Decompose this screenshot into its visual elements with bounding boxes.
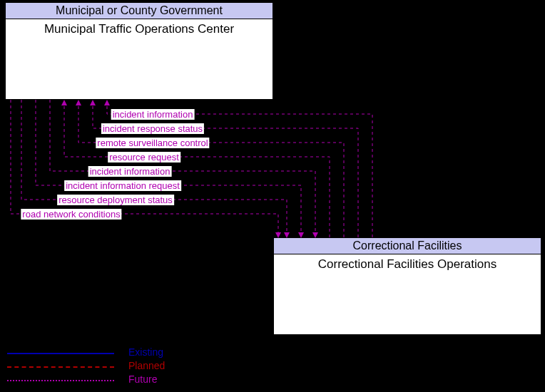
entity-municipal-body: Municipal Traffic Operations Center xyxy=(6,19,272,36)
entity-municipal-header: Municipal or County Government xyxy=(6,3,272,19)
flow-label-incident-information-request: incident information request xyxy=(64,180,181,191)
legend-future-line xyxy=(7,380,114,381)
legend-existing-label: Existing xyxy=(128,346,163,358)
entity-correctional-header: Correctional Facilities xyxy=(274,238,541,254)
flow-label-resource-request: resource request xyxy=(108,152,180,163)
legend-planned-label: Planned xyxy=(128,360,165,371)
flow-label-incident-response-status: incident response status xyxy=(101,123,204,134)
flow-label-resource-deployment-status: resource deployment status xyxy=(57,195,174,205)
flow-label-road-network-conditions: road network conditions xyxy=(21,209,121,220)
flow-label-remote-surveillance-control: remote surveillance control xyxy=(96,138,209,148)
legend-planned-line xyxy=(7,366,114,368)
flow-label-incident-information-out: incident information xyxy=(88,166,172,177)
entity-correctional-box: Correctional Facilities Correctional Fac… xyxy=(273,237,541,335)
entity-municipal-box: Municipal or County Government Municipal… xyxy=(5,2,273,100)
flow-label-incident-information-in: incident information xyxy=(111,109,195,120)
entity-correctional-body: Correctional Facilities Operations xyxy=(274,254,541,272)
legend-existing-line xyxy=(7,353,114,354)
legend-future-label: Future xyxy=(128,373,157,385)
